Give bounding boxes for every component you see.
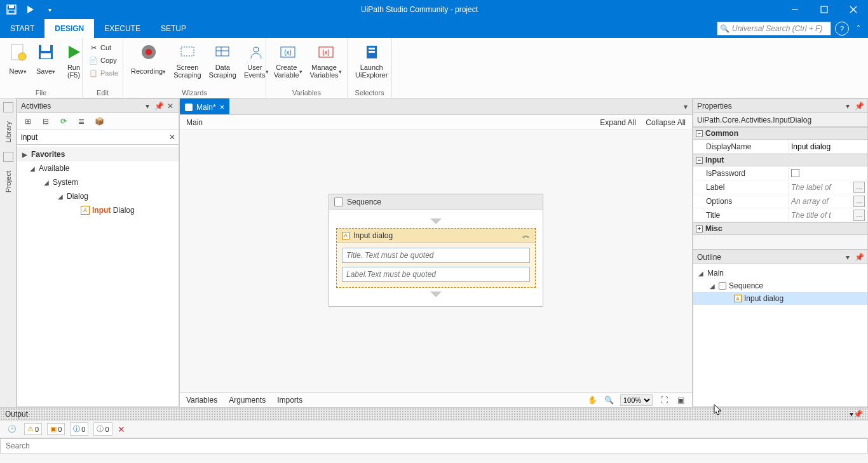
- save-qat-button[interactable]: [3, 1, 20, 18]
- filter-error[interactable]: ▣0: [47, 423, 65, 435]
- collapse-all-link[interactable]: Collapse All: [646, 118, 686, 127]
- package-icon[interactable]: 📦: [93, 116, 105, 127]
- tree-favorites[interactable]: ▶Favorites: [17, 147, 179, 161]
- filter-trace[interactable]: ⓘ0: [93, 422, 112, 436]
- panel-options-icon[interactable]: ▾: [843, 253, 852, 262]
- help-button[interactable]: ?: [835, 22, 849, 36]
- run-qat-button[interactable]: [22, 1, 39, 18]
- tab-start[interactable]: START: [0, 19, 44, 38]
- input-dialog-activity[interactable]: A Input dialog ︽: [336, 228, 536, 288]
- paste-button[interactable]: 📋Paste: [86, 67, 121, 79]
- manage-variables-button[interactable]: (x) Manage Variables: [306, 41, 346, 80]
- close-button[interactable]: [839, 0, 868, 19]
- clear-output-icon[interactable]: ✕: [118, 424, 125, 434]
- collapse-icon[interactable]: ︽: [522, 230, 530, 241]
- variables-tab[interactable]: Variables: [186, 396, 217, 405]
- prop-edit-options[interactable]: …: [853, 196, 865, 207]
- activity-input-dialog[interactable]: A Input Dialog: [17, 203, 179, 217]
- refresh-icon[interactable]: ⟳: [58, 116, 69, 127]
- tree-available[interactable]: ◢Available: [17, 161, 179, 175]
- panel-options-icon[interactable]: ▾: [843, 102, 852, 111]
- prop-cat-input[interactable]: −Input: [693, 154, 867, 166]
- output-search-input[interactable]: [0, 438, 868, 453]
- designer-tab-main[interactable]: Main* ×: [180, 98, 229, 114]
- cut-button[interactable]: ✂Cut: [86, 42, 121, 53]
- clear-search-icon[interactable]: ✕: [166, 133, 179, 142]
- arguments-tab[interactable]: Arguments: [229, 396, 266, 405]
- universal-search[interactable]: 🔍 Universal Search (Ctrl + F): [717, 22, 831, 36]
- outline-input-dialog[interactable]: AInput dialog: [693, 292, 867, 305]
- prop-val-options[interactable]: An array of: [791, 197, 852, 206]
- timestamp-toggle[interactable]: 🕒: [5, 424, 19, 434]
- ribbon-collapse-button[interactable]: ˄: [853, 24, 864, 33]
- recording-button[interactable]: Recording: [127, 41, 170, 80]
- expand-all-icon[interactable]: ⊞: [22, 116, 34, 127]
- pin-icon[interactable]: 📌: [855, 253, 864, 262]
- prop-val-title[interactable]: The title of t: [791, 211, 852, 220]
- window-title: UiPath Studio Community - project: [58, 5, 780, 14]
- tree-dialog[interactable]: ◢Dialog: [17, 189, 179, 203]
- prop-val-label[interactable]: The label of: [791, 183, 852, 192]
- prop-key-label: Label: [693, 180, 789, 194]
- activities-search-input[interactable]: [17, 133, 166, 142]
- input-dialog-label-field[interactable]: [342, 267, 530, 282]
- filter-warning[interactable]: ⚠0: [24, 423, 42, 435]
- outline-main[interactable]: ◢Main: [693, 267, 867, 279]
- launch-uiexplorer-button[interactable]: Launch UiExplorer: [351, 41, 391, 80]
- expand-all-link[interactable]: Expand All: [600, 118, 636, 127]
- fit-screen-icon[interactable]: ⛶: [659, 395, 669, 405]
- tab-design[interactable]: DESIGN: [44, 19, 94, 38]
- collapse-all-icon[interactable]: ⊟: [40, 116, 51, 127]
- filter-icon[interactable]: ≣: [76, 116, 87, 127]
- copy-button[interactable]: 📄Copy: [86, 55, 121, 66]
- prop-edit-title[interactable]: …: [853, 210, 865, 221]
- tab-close-icon[interactable]: ×: [220, 102, 225, 112]
- prop-cat-misc[interactable]: +Misc: [693, 222, 867, 235]
- pan-icon[interactable]: ✋: [587, 395, 597, 405]
- filter-info[interactable]: ⓘ0: [70, 422, 88, 436]
- svg-rect-26: [369, 48, 375, 50]
- right-column: Properties ▾ 📌 UiPath.Core.Activities.In…: [693, 98, 868, 407]
- qat-customize-button[interactable]: ▾: [41, 1, 58, 18]
- new-icon: [8, 42, 28, 62]
- imports-tab[interactable]: Imports: [277, 396, 302, 405]
- tab-overflow-icon[interactable]: ▾: [679, 98, 692, 114]
- tree-system[interactable]: ◢System: [17, 175, 179, 189]
- zoom-select[interactable]: 100%: [620, 394, 653, 406]
- pin-icon[interactable]: 📌: [853, 410, 863, 419]
- breadcrumb[interactable]: Main: [186, 118, 592, 127]
- prop-val-ispassword[interactable]: [791, 169, 799, 177]
- ribbon-group-edit: Edit: [83, 89, 123, 98]
- prop-cat-common[interactable]: −Common: [693, 127, 867, 140]
- new-button[interactable]: New: [4, 41, 32, 80]
- activity-icon: A: [734, 295, 742, 302]
- svg-point-20: [254, 47, 259, 52]
- rail-tab-library[interactable]: Library: [3, 117, 13, 147]
- screen-scraping-button[interactable]: Screen Scraping: [170, 41, 205, 80]
- ribbon-group-variables: Variables: [266, 89, 347, 98]
- save-button[interactable]: Save: [32, 41, 60, 80]
- minimize-button[interactable]: [780, 0, 810, 19]
- svg-point-15: [146, 49, 152, 55]
- panel-options-icon[interactable]: ▾: [143, 102, 152, 111]
- drop-indicator-icon[interactable]: [430, 218, 442, 224]
- prop-edit-label[interactable]: …: [853, 182, 865, 193]
- pin-icon[interactable]: 📌: [154, 102, 163, 111]
- drop-indicator-icon[interactable]: [430, 292, 442, 297]
- tab-setup[interactable]: SETUP: [151, 19, 196, 38]
- panel-close-icon[interactable]: ✕: [166, 102, 175, 111]
- outline-sequence[interactable]: ◢Sequence: [693, 279, 867, 292]
- prop-val-displayname[interactable]: [791, 142, 865, 151]
- rail-tab-project[interactable]: Project: [3, 167, 13, 196]
- sequence-activity[interactable]: Sequence A Input dialog ︽: [329, 194, 543, 307]
- design-canvas[interactable]: Sequence A Input dialog ︽: [180, 130, 692, 392]
- tab-execute[interactable]: EXECUTE: [94, 19, 151, 38]
- input-dialog-title-field[interactable]: [342, 248, 530, 263]
- overview-icon[interactable]: ▣: [675, 395, 686, 405]
- pin-icon[interactable]: 📌: [855, 102, 864, 111]
- left-rail: Library Project: [0, 98, 17, 407]
- zoom-icon[interactable]: 🔍: [604, 395, 614, 405]
- maximize-button[interactable]: [810, 0, 839, 19]
- data-scraping-button[interactable]: Data Scraping: [205, 41, 240, 80]
- create-variable-button[interactable]: (x) Create Variable: [270, 41, 306, 80]
